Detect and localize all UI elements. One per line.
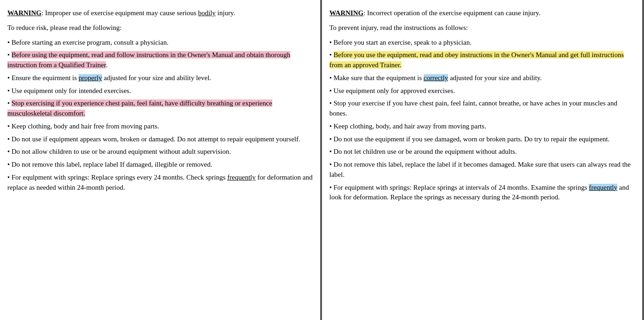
left-warning-text: : Improper use of exercise equipment may… xyxy=(41,9,235,17)
left-bullet-5-highlight: Stop exercising if you experience chest … xyxy=(7,99,272,117)
right-warning-text: : Incorrect operation of the exercise eq… xyxy=(363,9,540,17)
left-warning: WARNING: Improper use of exercise equipm… xyxy=(7,8,313,18)
left-intro: To reduce risk, please read the followin… xyxy=(7,23,313,33)
right-bullet-8: Do not let children use or be around the… xyxy=(329,147,635,157)
right-bullet-10: For equipment with springs: Replace spri… xyxy=(329,183,635,203)
right-panel: WARNING: Incorrect operation of the exer… xyxy=(322,0,644,320)
left-bullet-2-highlight: Before using the equipment, read and fol… xyxy=(7,51,290,69)
left-bullet-5: Stop exercising if you experience chest … xyxy=(7,99,313,119)
right-bullet-7: Do not use the equipment if you see dama… xyxy=(329,134,635,145)
left-bullet-1: Before starting an exercise program, con… xyxy=(7,38,313,48)
right-bullet-1: Before you start an exercise, speak to a… xyxy=(329,38,635,48)
left-bullet-6: Keep clothing, body and hair free from m… xyxy=(7,122,313,132)
left-bullet-list: Before starting an exercise program, con… xyxy=(7,38,313,193)
left-bullet-3: Ensure the equirment is properly adjuste… xyxy=(7,73,313,83)
right-bullet-2-highlight: Before you use the equipment, read and o… xyxy=(329,51,624,69)
left-bullet-7: Do not use if equipment appears worn, br… xyxy=(7,134,313,145)
right-bullet-4: Use equipment only for approved exercise… xyxy=(329,86,635,96)
left-bullet-8: Do not allow children to use or be aroun… xyxy=(7,147,313,157)
right-warning-label: WARNING xyxy=(329,9,363,17)
right-bullet-6: Keep clothing, body, and hair away from … xyxy=(329,122,635,132)
left-bullet-10: For equlpment with springs: Replace spri… xyxy=(7,173,313,193)
left-warning-label: WARNING xyxy=(7,9,41,17)
left-bullet-4: Use equipment only for intended exercise… xyxy=(7,86,313,96)
right-bullet-9: Do not remove this label, replace the la… xyxy=(329,160,635,180)
left-bullet-9: Do not remove this label, replace label … xyxy=(7,160,313,170)
right-warning: WARNING: Incorrect operation of the exer… xyxy=(329,8,635,18)
right-correctly-word: correctly xyxy=(424,74,448,81)
right-frequently-word: frequently xyxy=(589,184,617,191)
right-intro: To prevent injury, read the instructions… xyxy=(329,23,635,33)
left-properly-word: properly xyxy=(79,74,102,81)
bodily-word: bodily xyxy=(198,9,216,17)
left-frequently-word: frequently xyxy=(227,174,256,181)
right-bullet-list: Before you start an exercise, speak to a… xyxy=(329,38,635,203)
left-bullet-2: Before using the equipment, read and fol… xyxy=(7,50,313,70)
right-bullet-2: Before you use the equipment, read and o… xyxy=(329,50,635,70)
right-bullet-5: Stop your exercise if you have chest pai… xyxy=(329,99,635,119)
left-panel: WARNING: Improper use of exercise equipm… xyxy=(0,0,322,320)
right-bullet-3: Make sure that the equipment is correctl… xyxy=(329,73,635,83)
